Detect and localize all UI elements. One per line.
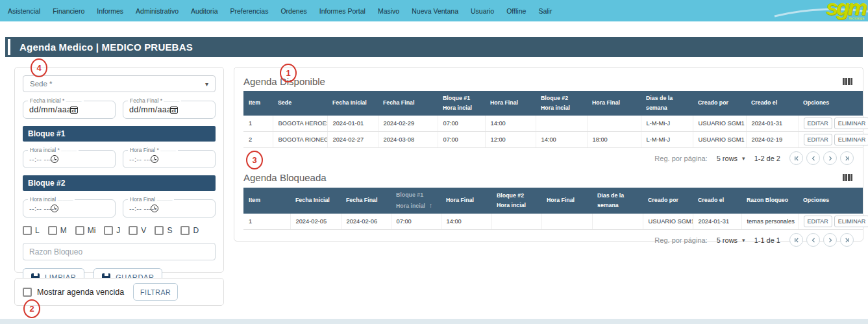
prev-page-button[interactable]: [806, 233, 820, 247]
bloque1-hora-final-field[interactable]: Hora Final * --:-- -----: [123, 150, 216, 168]
editar-button[interactable]: EDITAR: [804, 118, 832, 129]
table-header-row: Item Sede Fecha Inicial Fecha Final Bloq…: [243, 91, 863, 116]
col-hora-final[interactable]: Hora Final: [485, 91, 536, 116]
checkbox-icon[interactable]: [180, 226, 190, 235]
mostrar-agenda-vencida-label: Mostrar agenda vencida: [37, 288, 124, 297]
col-hora-final-2[interactable]: Hora Final: [587, 91, 641, 116]
eliminar-button[interactable]: ELIMINAR: [834, 216, 868, 227]
page-range-label: 1-1 de 1: [754, 236, 780, 244]
col-hora-final[interactable]: Hora Final: [441, 188, 491, 214]
col-creado-el[interactable]: Creado el: [693, 188, 741, 214]
eliminar-button[interactable]: ELIMINAR: [834, 118, 868, 129]
last-page-button[interactable]: [840, 233, 854, 247]
agenda-form-card: Sede * ▾ Fecha Inicial * dd/mm/aaaa Fech…: [14, 67, 224, 273]
calendar-icon[interactable]: [170, 106, 178, 114]
nav-item-informes-portal[interactable]: Informes Portal: [319, 7, 366, 15]
col-fecha-inicial[interactable]: Fecha Inicial: [327, 91, 378, 116]
last-page-button[interactable]: [840, 151, 854, 165]
rows-per-page-select[interactable]: 5 rows ▾: [717, 155, 745, 162]
nav-item-informes[interactable]: Informes: [97, 7, 123, 15]
rows-per-page-select[interactable]: 5 rows ▾: [717, 236, 745, 244]
fecha-inicial-field[interactable]: Fecha Inicial * dd/mm/aaaa: [23, 101, 116, 119]
top-nav-bar: Asistencial Financiero Informes Administ…: [0, 0, 868, 21]
clock-icon[interactable]: [151, 155, 158, 163]
clock-icon[interactable]: [51, 205, 58, 212]
nav-item-financiero[interactable]: Financiero: [53, 7, 84, 15]
nav-item-offline[interactable]: Offline: [506, 7, 526, 15]
checkbox-icon[interactable]: [104, 226, 113, 235]
nav-item-auditoria[interactable]: Auditoria: [191, 7, 217, 15]
nav-item-usuario[interactable]: Usuario: [471, 7, 494, 15]
col-hora-final-2[interactable]: Hora Final: [541, 188, 592, 214]
razon-bloqueo-input[interactable]: [23, 243, 216, 260]
table-row: 1 BOGOTA HEROES 2024-01-01 2024-02-29 07…: [243, 116, 863, 132]
clock-icon[interactable]: [151, 205, 158, 212]
col-fecha-final[interactable]: Fecha Final: [341, 188, 391, 214]
nav-item-salir[interactable]: Salir: [538, 7, 552, 15]
column-settings-icon[interactable]: [841, 77, 854, 86]
filtrar-button[interactable]: FILTRAR: [133, 283, 178, 301]
bloque2-header: Bloque #2: [23, 175, 216, 191]
day-checkbox-d[interactable]: D: [180, 226, 199, 235]
col-bloque1-hora-inicial-sorted[interactable]: Bloque #1 Hora incial↑: [391, 188, 441, 214]
day-checkbox-j[interactable]: J: [104, 226, 120, 235]
col-dias-semana[interactable]: Dias de la semana: [592, 188, 643, 214]
nav-item-administrativo[interactable]: Administrativo: [136, 7, 179, 15]
first-page-button[interactable]: [789, 233, 803, 247]
next-page-button[interactable]: [823, 151, 837, 165]
prev-page-button[interactable]: [806, 151, 820, 165]
page-title: Agenda Medico | MEDICO PRUEBAS: [19, 42, 193, 53]
annotation-circle-2: 2: [23, 299, 40, 318]
agenda-disponible-table: Item Sede Fecha Inicial Fecha Final Bloq…: [243, 91, 863, 148]
day-checkbox-mi[interactable]: Mi: [75, 226, 96, 235]
col-fecha-final[interactable]: Fecha Final: [378, 91, 438, 116]
sede-select[interactable]: Sede * ▾: [23, 75, 216, 92]
checkbox-icon[interactable]: [23, 226, 32, 235]
checkbox-icon[interactable]: [48, 226, 57, 235]
col-creado-por[interactable]: Creado por: [693, 91, 746, 116]
fecha-final-field[interactable]: Fecha Final * dd/mm/aaaa: [123, 101, 216, 119]
nav-item-masivo[interactable]: Masivo: [378, 7, 399, 15]
col-opciones: Opciones: [798, 188, 863, 214]
col-sede[interactable]: Sede: [273, 91, 327, 116]
table-row: 1 2024-02-05 2024-02-06 07:00 14:00 USUA…: [243, 214, 863, 230]
nav-item-preferencias[interactable]: Preferencias: [230, 7, 269, 15]
day-checkbox-v[interactable]: V: [129, 226, 146, 235]
bloque2-hora-final-field[interactable]: Hora Final --:-- -----: [123, 199, 216, 218]
day-checkbox-l[interactable]: L: [23, 226, 40, 235]
bloque1-hora-inicial-field[interactable]: Hora incial * --:-- -----: [23, 150, 116, 168]
col-opciones: Opciones: [798, 91, 863, 116]
col-fecha-inicial[interactable]: Fecha Inicial: [290, 188, 341, 214]
checkbox-icon[interactable]: [129, 226, 138, 235]
day-checkbox-s[interactable]: S: [155, 226, 172, 235]
col-razon-bloqueo[interactable]: Razon Bloqueo: [741, 188, 798, 214]
next-page-button[interactable]: [823, 233, 837, 247]
col-bloque2-hora-inicial[interactable]: Bloque #2 Hora incial: [491, 188, 541, 214]
sort-asc-icon: ↑: [429, 202, 432, 209]
bloque2-hora-inicial-field[interactable]: Hora incial --:-- -----: [23, 199, 116, 218]
column-settings-icon[interactable]: [841, 173, 854, 182]
checkbox-icon[interactable]: [75, 226, 84, 235]
col-dias-semana[interactable]: Dias de la semana: [641, 91, 693, 116]
col-bloque1-hora-inicial[interactable]: Bloque #1 Hora incial: [438, 91, 485, 116]
mostrar-agenda-vencida-checkbox[interactable]: [23, 288, 32, 297]
nav-item-asistencial[interactable]: Asistencial: [8, 7, 40, 15]
day-checkbox-m[interactable]: M: [48, 226, 67, 235]
col-item[interactable]: Item: [243, 91, 273, 116]
col-item[interactable]: Item: [243, 188, 290, 214]
editar-button[interactable]: EDITAR: [804, 216, 832, 227]
calendar-icon[interactable]: [70, 106, 78, 114]
table-row: 2 BOGOTA RIONEGRO 2024-02-27 2024-03-08 …: [243, 131, 863, 147]
clock-icon[interactable]: [51, 155, 58, 163]
col-creado-el[interactable]: Creado el: [746, 91, 798, 116]
col-creado-por[interactable]: Creado por: [643, 188, 693, 214]
eliminar-button[interactable]: ELIMINAR: [834, 134, 868, 145]
agenda-tables-card: Agenda Disponible Item Sede Fecha Inicia…: [234, 67, 863, 242]
footer-strip: [0, 319, 868, 324]
nav-item-nueva-ventana[interactable]: Nueva Ventana: [412, 7, 458, 15]
checkbox-icon[interactable]: [155, 226, 164, 235]
first-page-button[interactable]: [789, 151, 803, 165]
nav-item-ordenes[interactable]: Ordenes: [280, 7, 306, 15]
editar-button[interactable]: EDITAR: [804, 134, 832, 145]
col-bloque2-hora-inicial[interactable]: Bloque #2 Hora incial: [536, 91, 587, 116]
